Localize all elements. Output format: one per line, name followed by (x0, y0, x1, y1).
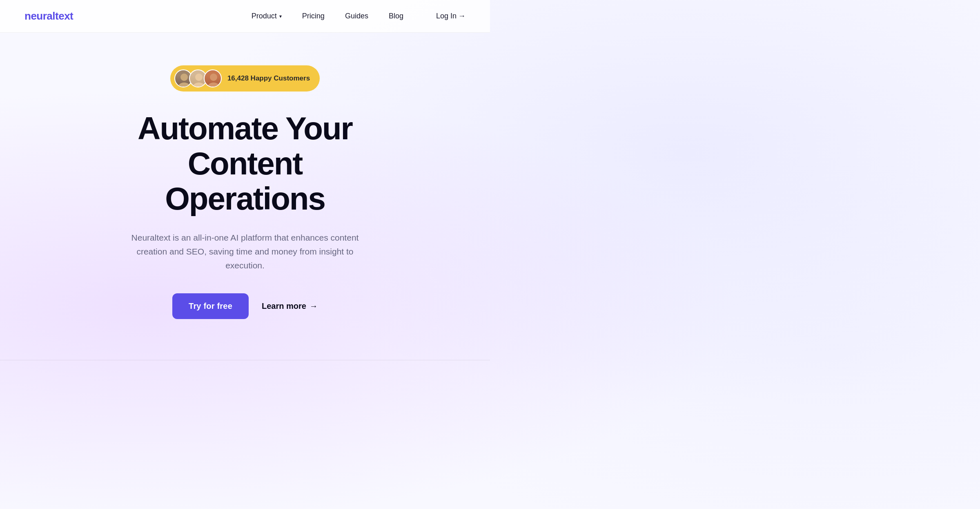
try-for-free-button[interactable]: Try for free (172, 293, 249, 319)
nav-product-link[interactable]: Product ▾ (252, 12, 282, 20)
logo[interactable]: neuraltext (24, 10, 73, 22)
nav-guides-link[interactable]: Guides (345, 12, 368, 20)
login-button[interactable]: Log In → (436, 12, 466, 20)
logo-text-purple: text (55, 10, 73, 22)
nav-item-product[interactable]: Product ▾ (252, 12, 282, 20)
svg-point-1 (178, 83, 191, 87)
cta-group: Try for free Learn more → (172, 293, 318, 319)
hero-title-line2: Operations (165, 181, 325, 217)
nav-item-pricing[interactable]: Pricing (302, 12, 325, 20)
logo-text-black: neural (24, 10, 55, 22)
navigation: neuraltext Product ▾ Pricing Guides Blog… (0, 0, 490, 33)
nav-pricing-link[interactable]: Pricing (302, 12, 325, 20)
customers-badge: 16,428 Happy Customers (170, 65, 320, 92)
learn-more-label: Learn more (262, 301, 306, 311)
learn-more-button[interactable]: Learn more → (262, 301, 318, 311)
learn-more-arrow-icon: → (310, 301, 318, 311)
nav-item-guides[interactable]: Guides (345, 12, 368, 20)
section-divider (0, 360, 490, 360)
nav-item-blog[interactable]: Blog (389, 12, 403, 20)
nav-links: Product ▾ Pricing Guides Blog (252, 12, 403, 20)
svg-point-4 (210, 74, 217, 81)
nav-blog-link[interactable]: Blog (389, 12, 403, 20)
avatar-group (174, 69, 222, 87)
customers-count-text: 16,428 Happy Customers (227, 74, 310, 83)
hero-title-line1: Automate Your Content (138, 110, 352, 181)
svg-point-3 (192, 83, 205, 87)
svg-point-2 (195, 74, 203, 81)
svg-point-0 (180, 74, 188, 81)
hero-section: 16,428 Happy Customers Automate Your Con… (0, 33, 490, 360)
nav-guides-label: Guides (345, 12, 368, 20)
nav-pricing-label: Pricing (302, 12, 325, 20)
login-arrow-icon: → (458, 12, 466, 20)
svg-point-5 (207, 83, 220, 87)
nav-blog-label: Blog (389, 12, 403, 20)
login-label: Log In (436, 12, 457, 20)
nav-product-label: Product (252, 12, 277, 20)
avatar-3 (204, 69, 222, 87)
chevron-down-icon: ▾ (279, 13, 282, 19)
hero-title: Automate Your Content Operations (86, 111, 404, 216)
hero-subtitle: Neuraltext is an all-in-one AI platform … (118, 231, 372, 272)
